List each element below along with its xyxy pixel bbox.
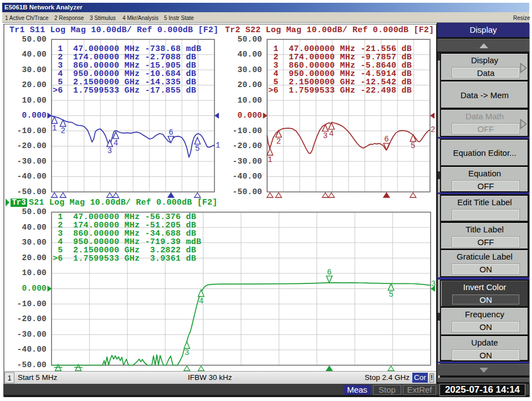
svg-text:3: 3 <box>323 131 328 140</box>
svg-text:6: 6 <box>384 135 388 144</box>
svg-text:3: 3 <box>431 280 436 288</box>
svg-text:3: 3 <box>185 348 189 357</box>
svg-text:5: 5 <box>411 141 415 150</box>
svg-text:1: 1 <box>52 124 57 133</box>
svg-text:5: 5 <box>388 290 393 299</box>
svg-text:2: 2 <box>60 126 65 135</box>
svg-text:2: 2 <box>276 137 280 146</box>
svg-text:3: 3 <box>108 146 112 155</box>
svg-text:4: 4 <box>329 129 334 138</box>
svg-text:1: 1 <box>268 155 272 164</box>
svg-text:2: 2 <box>431 125 435 134</box>
svg-text:6: 6 <box>168 128 173 137</box>
svg-text:4: 4 <box>114 139 118 148</box>
svg-text:4: 4 <box>199 297 203 306</box>
svg-text:6: 6 <box>327 268 331 277</box>
svg-text:5: 5 <box>195 144 200 153</box>
svg-text:1: 1 <box>216 141 220 150</box>
